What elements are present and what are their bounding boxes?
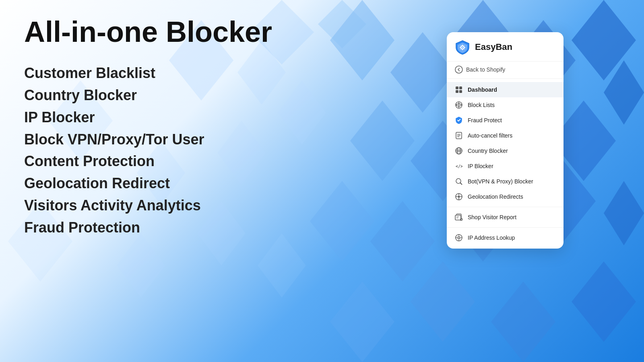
feature-item-5: Content Protection (24, 152, 306, 171)
nav-label-ip-lookup: IP Address Lookup (468, 234, 515, 241)
svg-point-32 (462, 47, 463, 48)
country-blocker-icon (455, 147, 463, 155)
nav-item-dashboard[interactable]: Dashboard (447, 82, 564, 97)
nav-item-block-lists[interactable]: Block Lists (447, 97, 564, 113)
bot-blocker-icon (455, 177, 463, 185)
svg-line-37 (461, 46, 461, 46)
nav-item-bot-blocker[interactable]: Bot(VPN & Proxy) Blocker (447, 174, 564, 189)
auto-cancel-icon (455, 132, 463, 140)
feature-item-6: Geolocation Redirect (24, 174, 306, 193)
feature-item-3: IP Blocker (24, 108, 306, 127)
svg-point-41 (455, 66, 462, 73)
nav-divider-1 (447, 207, 564, 207)
feature-item-2: Country Blocker (24, 86, 306, 105)
feature-item-1: Customer Blacklist (24, 64, 306, 83)
feature-item-4: Block VPN/Proxy/Tor User (24, 130, 306, 149)
svg-rect-42 (456, 86, 458, 89)
dashboard-icon (455, 86, 463, 94)
back-label: Back to Shopify (466, 66, 505, 73)
nav-item-ip-blocker[interactable]: </> IP Blocker (447, 158, 564, 174)
sidebar-header: EasyBan (447, 32, 564, 62)
ip-blocker-icon: </> (455, 162, 463, 170)
left-content: All-in-one Blocker Customer Blacklist Co… (24, 16, 306, 237)
page-title: All-in-one Blocker (24, 16, 306, 48)
nav-item-geolocation[interactable]: Geolocation Redirects (447, 189, 564, 204)
sidebar-card: EasyBan Back to Shopify Dashboard (447, 32, 564, 249)
svg-rect-64 (455, 215, 461, 220)
svg-line-39 (464, 46, 464, 46)
svg-rect-44 (456, 90, 458, 93)
nav-label-fraud-protect: Fraud Protect (468, 117, 502, 123)
svg-rect-43 (459, 86, 462, 89)
fraud-protect-icon (455, 116, 463, 124)
svg-point-71 (458, 237, 459, 238)
nav-item-country-blocker[interactable]: Country Blocker (447, 143, 564, 158)
svg-text:</>: </> (456, 164, 462, 169)
brand-name: EasyBan (475, 42, 512, 52)
svg-line-40 (461, 49, 461, 49)
back-to-shopify-button[interactable]: Back to Shopify (447, 62, 564, 79)
nav-label-ip-blocker: IP Blocker (468, 163, 493, 169)
easyban-logo-icon (455, 39, 470, 55)
svg-rect-45 (459, 90, 462, 93)
feature-item-7: Visitors Activity Analytics (24, 196, 306, 215)
feature-item-8: Fraud Protection (24, 218, 306, 237)
sidebar-nav: Dashboard Block Lists Frau (447, 79, 564, 249)
geolocation-icon (455, 193, 463, 201)
feature-list: Customer Blacklist Country Blocker IP Bl… (24, 64, 306, 237)
visitor-report-icon (455, 213, 463, 221)
nav-item-auto-cancel[interactable]: Auto-cancel filters (447, 128, 564, 143)
nav-divider-2 (447, 227, 564, 228)
nav-label-auto-cancel: Auto-cancel filters (468, 132, 512, 139)
nav-label-visitor-report: Shop Visitor Report (468, 214, 516, 220)
nav-label-dashboard: Dashboard (468, 86, 497, 93)
back-arrow-icon (455, 66, 463, 74)
nav-item-fraud-protect[interactable]: Fraud Protect (447, 113, 564, 128)
svg-point-59 (458, 196, 460, 198)
nav-item-visitor-report[interactable]: Shop Visitor Report (447, 210, 564, 225)
nav-label-country-blocker: Country Blocker (468, 148, 508, 154)
nav-label-geolocation: Geolocation Redirects (468, 193, 523, 200)
svg-line-38 (464, 49, 464, 49)
ip-lookup-icon (455, 234, 463, 242)
nav-label-block-lists: Block Lists (468, 102, 495, 108)
nav-label-bot-blocker: Bot(VPN & Proxy) Blocker (468, 178, 533, 185)
block-lists-icon (455, 101, 463, 109)
svg-line-57 (460, 183, 462, 185)
nav-item-ip-lookup[interactable]: IP Address Lookup (447, 230, 564, 245)
